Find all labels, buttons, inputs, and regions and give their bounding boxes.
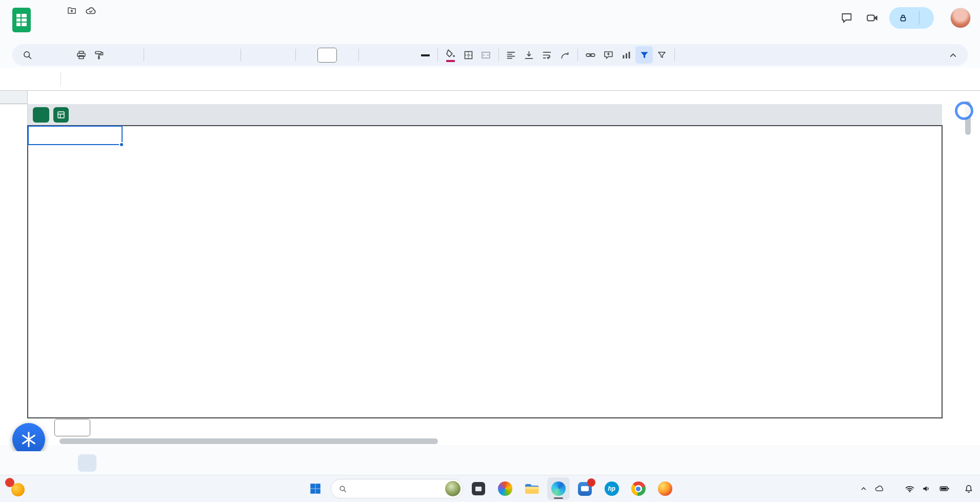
decrease-font-size-button[interactable]	[299, 46, 317, 64]
chrome-browser-button[interactable]	[627, 477, 650, 500]
italic-button[interactable]	[381, 46, 398, 64]
insert-chart-button[interactable]	[617, 46, 635, 64]
move-folder-icon[interactable]	[67, 6, 77, 16]
filter-views-button[interactable]	[653, 46, 671, 64]
search-icon	[338, 485, 347, 493]
cloud-status-icon[interactable]	[85, 5, 96, 16]
screen: hp	[0, 0, 980, 502]
search-highlight-image[interactable]	[445, 481, 461, 496]
column-header-row	[0, 91, 952, 104]
table-name-chip[interactable]	[33, 107, 49, 123]
horizontal-align-button[interactable]	[503, 46, 520, 64]
sheets-logo-icon[interactable]	[12, 8, 31, 34]
hide-toolbar-button[interactable]	[944, 46, 962, 64]
menu-insert[interactable]	[76, 18, 86, 22]
wifi-button[interactable]	[905, 484, 915, 494]
menu-edit[interactable]	[55, 18, 66, 22]
mail-app-button[interactable]	[574, 477, 596, 500]
table-menu-button[interactable]	[53, 107, 69, 123]
speaker-icon	[922, 484, 932, 494]
add-sheet-button[interactable]	[24, 453, 44, 473]
table-band	[28, 104, 942, 126]
add-rows-count-input[interactable]	[54, 419, 90, 436]
sheet-tab-sheet1[interactable]	[78, 454, 96, 472]
menu-data[interactable]	[96, 18, 107, 22]
vertical-align-button[interactable]	[521, 46, 538, 64]
decrease-decimal-button[interactable]	[184, 46, 201, 64]
widgets-button[interactable]	[494, 477, 516, 500]
taskbar-search-box[interactable]	[331, 479, 463, 498]
divider	[498, 49, 499, 61]
video-camera-icon	[866, 11, 879, 25]
insert-comment-button[interactable]	[599, 46, 617, 64]
borders-button[interactable]	[459, 46, 477, 64]
divider	[358, 49, 359, 61]
strikethrough-button[interactable]	[398, 46, 416, 64]
menu-file[interactable]	[45, 18, 55, 22]
onedrive-tray-icon[interactable]	[874, 484, 885, 494]
toolbar	[12, 44, 968, 66]
vertical-scrollbar[interactable]	[964, 92, 973, 444]
number-format-button[interactable]	[219, 46, 237, 64]
menu-help[interactable]	[127, 18, 137, 22]
fill-color-button[interactable]	[442, 46, 459, 64]
meet-button[interactable]	[866, 11, 881, 25]
comments-icon[interactable]	[836, 7, 857, 29]
functions-button[interactable]	[678, 46, 696, 64]
text-wrap-button[interactable]	[538, 46, 556, 64]
chevron-up-icon	[859, 485, 868, 493]
font-select[interactable]	[245, 46, 292, 64]
file-explorer-button[interactable]	[521, 477, 543, 500]
toolbar-search-button[interactable]	[18, 46, 36, 64]
menu-format[interactable]	[86, 18, 96, 22]
paint-format-button[interactable]	[90, 46, 108, 64]
horizontal-scrollbar-thumb[interactable]	[59, 438, 438, 444]
merge-cells-button[interactable]	[477, 46, 495, 64]
search-icon	[22, 50, 33, 61]
text-color-button[interactable]	[416, 46, 434, 64]
weather-widget[interactable]	[8, 475, 31, 502]
firefox-browser-button[interactable]	[654, 477, 676, 500]
share-button[interactable]	[889, 7, 934, 29]
hp-app-button[interactable]: hp	[601, 477, 623, 500]
increase-font-size-button[interactable]	[337, 46, 355, 64]
account-avatar[interactable]	[950, 8, 971, 28]
start-button[interactable]	[304, 477, 327, 500]
tray-expand-button[interactable]	[859, 485, 868, 493]
text-rotation-button[interactable]	[556, 46, 574, 64]
chrome-icon	[631, 481, 646, 496]
redo-button[interactable]	[54, 46, 72, 64]
divider	[919, 11, 919, 25]
insert-link-button[interactable]	[582, 46, 599, 64]
lock-icon	[898, 13, 908, 23]
weather-icon	[8, 480, 26, 497]
menu-view[interactable]	[66, 18, 76, 22]
battery-button[interactable]	[938, 484, 950, 494]
notification-badge	[5, 478, 14, 487]
merge-cells-icon	[481, 50, 491, 61]
select-all-corner[interactable]	[0, 91, 28, 104]
all-sheets-button[interactable]	[44, 453, 65, 473]
currency-format-button[interactable]	[148, 46, 165, 64]
task-view-button[interactable]	[467, 477, 490, 500]
menu-tools[interactable]	[107, 18, 117, 22]
bold-button[interactable]	[363, 46, 380, 64]
edge-browser-button[interactable]	[547, 477, 570, 500]
undo-button[interactable]	[36, 46, 54, 64]
notification-center-button[interactable]	[964, 484, 974, 494]
divider	[437, 49, 438, 61]
create-filter-button[interactable]	[635, 46, 653, 64]
version-history-icon[interactable]	[806, 7, 828, 29]
menu-extensions[interactable]	[117, 18, 127, 22]
fill-handle[interactable]	[119, 142, 124, 147]
add-comment-icon	[603, 50, 614, 61]
zoom-select[interactable]	[108, 46, 140, 64]
print-button[interactable]	[72, 46, 90, 64]
volume-button[interactable]	[922, 484, 932, 494]
pinwheel-icon	[20, 431, 37, 448]
sheet-tab-bar	[0, 451, 980, 475]
font-size-input[interactable]	[317, 48, 337, 63]
increase-decimal-button[interactable]	[202, 46, 219, 64]
filter-views-icon	[656, 50, 667, 61]
percent-format-button[interactable]	[166, 46, 183, 64]
